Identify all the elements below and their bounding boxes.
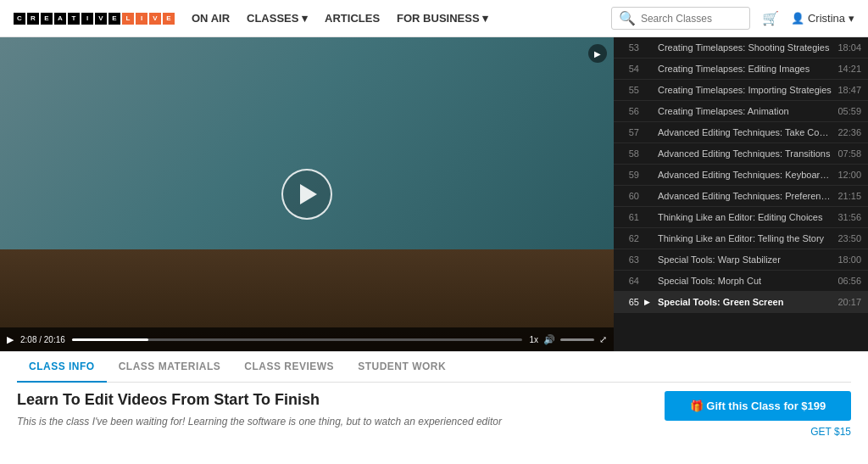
playlist-item[interactable]: 56 Creating Timelapses: Animation 05:59 bbox=[614, 101, 868, 122]
logo-letter: A bbox=[54, 13, 66, 25]
playlist-play-icon: ▶ bbox=[644, 298, 653, 306]
video-time: 2:08 / 20:16 bbox=[20, 335, 65, 344]
logo-letter: I bbox=[81, 13, 93, 25]
playlist-item-title: Creating Timelapses: Editing Images bbox=[658, 64, 832, 74]
class-info-section: Learn To Edit Videos From Start To Finis… bbox=[17, 391, 648, 459]
nav-articles[interactable]: ARTICLES bbox=[325, 12, 380, 25]
logo-letter: V bbox=[95, 13, 107, 25]
playlist-panel: 53 Creating Timelapses: Shooting Strateg… bbox=[614, 37, 868, 351]
nav-classes[interactable]: CLASSES ▾ bbox=[247, 12, 308, 25]
playlist-item-duration: 18:47 bbox=[837, 85, 861, 95]
playlist-item[interactable]: 54 Creating Timelapses: Editing Images 1… bbox=[614, 59, 868, 80]
speed-control[interactable]: 1x bbox=[529, 335, 538, 344]
playlist-item-duration: 20:17 bbox=[837, 297, 861, 307]
playlist-item-title: Creating Timelapses: Shooting Strategies bbox=[658, 42, 832, 53]
playlist-item-number: 55 bbox=[620, 85, 639, 95]
playlist-item[interactable]: 65 ▶ Special Tools: Green Screen 20:17 bbox=[614, 292, 868, 313]
navbar: C R E A T I V E L I V E ON AIR CLASSES ▾… bbox=[0, 0, 868, 37]
logo-letter: L bbox=[122, 13, 134, 25]
playlist-item-duration: 23:50 bbox=[837, 233, 861, 243]
search-input[interactable] bbox=[641, 13, 743, 25]
video-panel: ▶ ▶ 2:08 / 20:16 1x 🔊 ⤢ bbox=[0, 37, 614, 351]
nav-right: 🔍 🛒 👤 Cristina ▾ bbox=[611, 7, 854, 30]
logo-letter: E bbox=[163, 13, 175, 25]
mute-button[interactable]: 🔊 bbox=[543, 334, 555, 345]
tab-student-work[interactable]: STUDENT WORK bbox=[346, 352, 458, 383]
playlist-item[interactable]: 58 Advanced Editing Techniques: Transiti… bbox=[614, 143, 868, 165]
nav-on-air[interactable]: ON AIR bbox=[192, 12, 230, 25]
search-box[interactable]: 🔍 bbox=[611, 7, 750, 30]
playlist-item-title: Creating Timelapses: Importing Strategie… bbox=[658, 85, 832, 95]
playlist-item-number: 65 bbox=[620, 297, 639, 307]
playlist-item-number: 63 bbox=[620, 254, 639, 265]
playlist-item-number: 64 bbox=[620, 276, 639, 286]
playlist-item[interactable]: 55 Creating Timelapses: Importing Strate… bbox=[614, 80, 868, 101]
bottom-area: CLASS INFOCLASS MATERIALSCLASS REVIEWSST… bbox=[0, 351, 868, 464]
tab-class-info[interactable]: CLASS INFO bbox=[17, 352, 107, 383]
playlist-item-duration: 05:59 bbox=[837, 106, 861, 116]
playlist-item[interactable]: 64 Special Tools: Morph Cut 06:56 bbox=[614, 271, 868, 292]
progress-fill bbox=[72, 338, 148, 341]
gift-button[interactable]: 🎁 Gift this Class for $199 bbox=[665, 391, 851, 421]
playlist-item[interactable]: 59 Advanced Editing Techniques: Keyboard… bbox=[614, 165, 868, 186]
playlist-item-number: 59 bbox=[620, 170, 639, 180]
video-controls: ▶ 2:08 / 20:16 1x 🔊 ⤢ bbox=[0, 327, 614, 351]
play-pause-button[interactable]: ▶ bbox=[7, 334, 14, 345]
playlist-item[interactable]: 53 Creating Timelapses: Shooting Strateg… bbox=[614, 37, 868, 59]
tabs-row: CLASS INFOCLASS MATERIALSCLASS REVIEWSST… bbox=[17, 352, 851, 383]
playlist-item-number: 57 bbox=[620, 127, 639, 137]
play-button[interactable] bbox=[281, 169, 332, 220]
nav-for-business[interactable]: FOR BUSINESS ▾ bbox=[397, 12, 488, 25]
playlist-item-number: 56 bbox=[620, 106, 639, 116]
playlist-item-number: 60 bbox=[620, 191, 639, 201]
content-area: ▶ ▶ 2:08 / 20:16 1x 🔊 ⤢ 53 Creating Time bbox=[0, 37, 868, 351]
fullscreen-button[interactable]: ⤢ bbox=[599, 334, 607, 345]
playlist-item-duration: 31:56 bbox=[837, 212, 861, 222]
logo-letter: V bbox=[149, 13, 161, 25]
cart-icon[interactable]: 🛒 bbox=[762, 10, 779, 26]
logo-letter: E bbox=[41, 13, 53, 25]
logo-letter: T bbox=[68, 13, 80, 25]
bottom-content: Learn To Edit Videos From Start To Finis… bbox=[17, 383, 851, 459]
logo[interactable]: C R E A T I V E L I V E bbox=[14, 13, 175, 25]
playlist-item-title: Advanced Editing Techniques: Keyboard ..… bbox=[658, 170, 832, 180]
class-title: Learn To Edit Videos From Start To Finis… bbox=[17, 391, 648, 409]
playlist-item[interactable]: 61 Thinking Like an Editor: Editing Choi… bbox=[614, 207, 868, 228]
playlist-item-number: 54 bbox=[620, 64, 639, 74]
playlist-item-title: Advanced Editing Techniques: Transitions bbox=[658, 148, 832, 159]
purchase-section: 🎁 Gift this Class for $199 GET $15 bbox=[665, 391, 851, 459]
playlist-item-number: 53 bbox=[620, 42, 639, 53]
playlist-item-duration: 06:56 bbox=[837, 276, 861, 286]
bookmark-icon[interactable]: ▶ bbox=[588, 44, 607, 63]
playlist-item[interactable]: 60 Advanced Editing Techniques: Preferen… bbox=[614, 186, 868, 207]
playlist-item-number: 62 bbox=[620, 233, 639, 243]
playlist-item-title: Thinking Like an Editor: Editing Choices bbox=[658, 212, 832, 222]
playlist-item-duration: 18:04 bbox=[837, 42, 861, 53]
playlist-item-title: Creating Timelapses: Animation bbox=[658, 106, 832, 116]
playlist-item-duration: 22:36 bbox=[837, 127, 861, 137]
playlist-item-number: 58 bbox=[620, 148, 639, 159]
tab-class-reviews[interactable]: CLASS REVIEWS bbox=[232, 352, 346, 383]
playlist-item[interactable]: 57 Advanced Editing Techniques: Take Com… bbox=[614, 122, 868, 143]
progress-bar[interactable] bbox=[72, 338, 523, 341]
user-area[interactable]: 👤 Cristina ▾ bbox=[791, 12, 854, 25]
playlist-item-title: Advanced Editing Techniques: Take Com... bbox=[658, 127, 832, 137]
logo-letter: R bbox=[27, 13, 39, 25]
playlist-item-number: 61 bbox=[620, 212, 639, 222]
volume-bar[interactable] bbox=[560, 338, 594, 341]
logo-letter: I bbox=[136, 13, 147, 25]
playlist-item-title: Special Tools: Morph Cut bbox=[658, 276, 832, 286]
chevron-down-icon: ▾ bbox=[849, 12, 854, 25]
playlist-item-title: Special Tools: Green Screen bbox=[658, 297, 832, 307]
playlist-item-title: Special Tools: Warp Stabilizer bbox=[658, 254, 832, 265]
playlist-item-duration: 14:21 bbox=[837, 64, 861, 74]
playlist-item-duration: 21:15 bbox=[837, 191, 861, 201]
playlist-item[interactable]: 63 Special Tools: Warp Stabilizer 18:00 bbox=[614, 249, 868, 271]
get-link[interactable]: GET $15 bbox=[810, 426, 851, 438]
logo-letter: E bbox=[108, 13, 120, 25]
search-icon: 🔍 bbox=[619, 10, 636, 26]
playlist-item[interactable]: 62 Thinking Like an Editor: Telling the … bbox=[614, 228, 868, 249]
class-description: This is the class I've been waiting for!… bbox=[17, 414, 648, 429]
tab-class-materials[interactable]: CLASS MATERIALS bbox=[107, 352, 233, 383]
playlist-item-title: Advanced Editing Techniques: Preference … bbox=[658, 191, 832, 201]
